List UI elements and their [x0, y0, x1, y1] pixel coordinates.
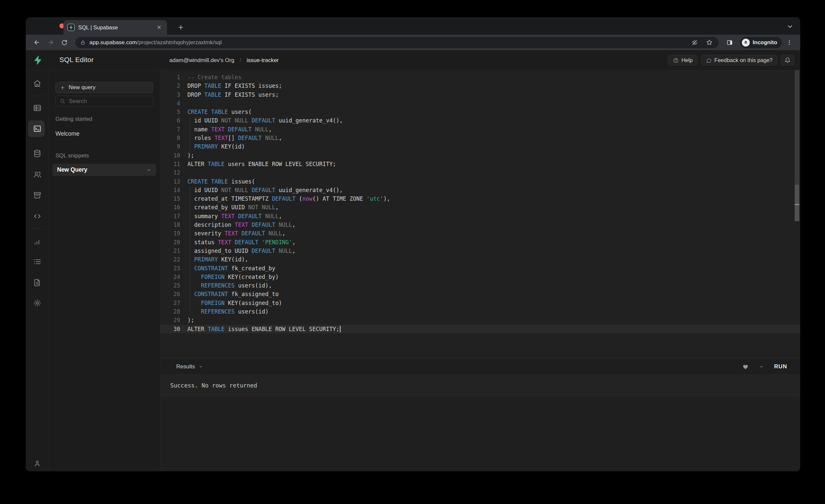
table-editor-icon	[33, 103, 42, 112]
new-query-button[interactable]: New query	[56, 82, 153, 93]
reports-icon	[33, 237, 42, 245]
line-number: 29	[160, 316, 180, 325]
feedback-button[interactable]: Feedback on this page?	[701, 55, 777, 66]
app-header: SQL Editor adam@windmill.dev's Org / iss…	[26, 50, 800, 70]
eye-off-icon[interactable]	[691, 39, 698, 46]
home-icon	[33, 79, 42, 88]
sql-editor-icon	[33, 125, 42, 133]
tab-search-chevron-icon[interactable]	[786, 22, 794, 31]
code-line-1: 1-- Create tables	[160, 73, 800, 81]
tab-strip: SQL | Supabase ✕	[26, 17, 800, 34]
help-circle-icon	[673, 57, 679, 63]
bookmark-star-icon[interactable]	[706, 39, 713, 46]
help-label: Help	[681, 57, 693, 63]
code-line-2: 2DROP TABLE IF EXISTS issues;	[160, 81, 800, 90]
line-number: 4	[160, 99, 180, 107]
run-options-chevron-icon[interactable]	[759, 364, 764, 369]
sql-editor[interactable]: 1-- Create tables2DROP TABLE IF EXISTS i…	[160, 70, 800, 358]
rail-item-edge-functions-icon[interactable]	[26, 208, 49, 225]
line-number: 26	[160, 290, 180, 298]
code-line-30: 30ALTER TABLE issues ENABLE ROW LEVEL SE…	[160, 325, 800, 333]
line-number: 16	[160, 203, 180, 212]
forward-button[interactable]	[44, 37, 57, 49]
sidebar: New query Getting started Welcome SQL sn…	[49, 70, 160, 471]
line-number: 25	[160, 281, 180, 290]
search-box[interactable]	[56, 96, 153, 106]
supabase-logo-icon[interactable]	[32, 55, 43, 65]
line-number: 11	[160, 160, 180, 168]
rail-item-docs-icon[interactable]	[26, 274, 49, 291]
url-host: app.supabase.com	[89, 39, 137, 46]
sidebar-item-welcome[interactable]: Welcome	[56, 130, 153, 137]
rail-item-reports-icon[interactable]	[26, 233, 49, 250]
code-line-25: 25 REFERENCES users(id),	[160, 281, 800, 290]
rail-item-auth-users-icon[interactable]	[26, 166, 49, 183]
plus-icon	[60, 85, 65, 90]
section-sql-snippets: SQL snippets	[56, 152, 153, 159]
reload-button[interactable]	[58, 37, 71, 49]
page-title: SQL Editor	[59, 56, 94, 64]
incognito-label: Incognito	[753, 39, 777, 46]
code-line-5: 5CREATE TABLE users(	[160, 107, 800, 116]
incognito-badge[interactable]: Incognito	[740, 37, 782, 48]
tab-close-icon[interactable]: ✕	[155, 23, 163, 31]
search-input[interactable]	[69, 98, 149, 104]
address-bar[interactable]: app.supabase.com/project/azahtnhqohyjerz…	[75, 37, 719, 48]
chevron-down-icon[interactable]	[146, 167, 151, 172]
rail-divider	[29, 96, 45, 96]
line-number: 3	[160, 90, 180, 99]
line-number: 19	[160, 229, 180, 238]
results-message: Success. No rows returned	[160, 375, 800, 396]
rail-item-home-icon[interactable]	[26, 75, 49, 92]
rail-item-table-editor-icon[interactable]	[26, 99, 49, 117]
snippet-label: New Query	[57, 166, 87, 173]
sidebar-item-new-query[interactable]: New Query	[53, 164, 156, 176]
code-line-11: 11ALTER TABLE users ENABLE ROW LEVEL SEC…	[160, 160, 800, 168]
url-path: /project/azahtnhqohyjerzaxtmk/sql	[137, 39, 222, 46]
breadcrumb-project[interactable]: issue-tracker	[246, 57, 279, 64]
code-area[interactable]: 1-- Create tables2DROP TABLE IF EXISTS i…	[160, 70, 800, 358]
line-number: 7	[160, 125, 180, 134]
line-number: 20	[160, 238, 180, 246]
rail-item-sql-editor-icon[interactable]	[26, 120, 49, 137]
breadcrumb: adam@windmill.dev's Org / issue-tracker	[169, 57, 279, 64]
editor-scroll-marker	[795, 204, 799, 205]
rail-item-logs-icon[interactable]	[26, 253, 49, 270]
back-button[interactable]	[30, 37, 43, 49]
code-line-14: 14 id UUID NOT NULL DEFAULT uuid_generat…	[160, 186, 800, 195]
run-button[interactable]: RUN	[774, 363, 787, 370]
search-icon	[60, 98, 65, 104]
code-line-13: 13CREATE TABLE issues(	[160, 177, 800, 186]
chat-bubble-icon	[706, 57, 712, 63]
rail-item-database-icon[interactable]	[26, 145, 49, 162]
code-line-15: 15 created_at TIMESTAMPTZ DEFAULT (now()…	[160, 195, 800, 203]
notifications-button[interactable]	[781, 55, 794, 66]
bell-icon	[784, 57, 791, 63]
code-line-16: 16 created_by UUID NOT NULL,	[160, 203, 800, 212]
favorite-heart-icon[interactable]	[742, 363, 749, 370]
rail-item-settings-icon[interactable]	[26, 294, 49, 311]
results-label: Results	[176, 363, 195, 370]
settings-icon	[33, 299, 42, 307]
code-line-18: 18 description TEXT DEFAULT NULL,	[160, 220, 800, 229]
rail-item-storage-icon[interactable]	[26, 187, 49, 204]
editor-scrollbar-thumb[interactable]	[795, 185, 799, 221]
breadcrumb-org[interactable]: adam@windmill.dev's Org	[169, 57, 234, 64]
browser-tab[interactable]: SQL | Supabase ✕	[63, 20, 167, 34]
side-panel-icon[interactable]	[723, 37, 736, 49]
storage-icon	[33, 191, 42, 199]
rail-item-account[interactable]	[26, 455, 49, 471]
browser-toolbar: app.supabase.com/project/azahtnhqohyjerz…	[26, 34, 800, 50]
browser-menu-icon[interactable]	[783, 37, 796, 49]
new-tab-button[interactable]	[175, 21, 187, 33]
breadcrumb-separator: /	[240, 57, 241, 64]
code-line-10: 10);	[160, 151, 800, 160]
line-number: 23	[160, 264, 180, 273]
logs-icon	[33, 258, 42, 266]
code-line-12: 12	[160, 168, 800, 177]
code-line-9: 9 PRIMARY KEY(id)	[160, 142, 800, 151]
results-dropdown[interactable]: Results	[176, 363, 203, 370]
line-number: 5	[160, 107, 180, 116]
nav-rail	[26, 70, 49, 471]
help-button[interactable]: Help	[668, 55, 698, 66]
